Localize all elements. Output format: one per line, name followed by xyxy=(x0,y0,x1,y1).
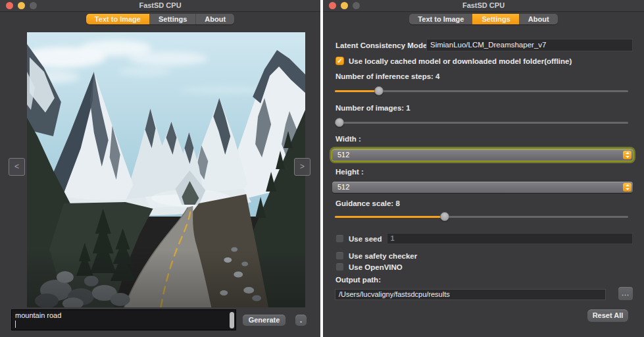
tab-text-to-image[interactable]: Text to Image xyxy=(86,14,149,24)
browse-button[interactable]: ... xyxy=(618,287,633,300)
openvino-checkbox[interactable] xyxy=(335,263,344,271)
tab-settings[interactable]: Settings xyxy=(472,14,518,24)
seed-checkbox[interactable] xyxy=(335,234,344,243)
close-button[interactable] xyxy=(6,2,13,9)
openvino-checkbox-label: Use OpenVINO xyxy=(349,263,403,271)
generate-button[interactable]: Generate xyxy=(243,315,285,326)
traffic-lights xyxy=(6,2,37,9)
prompt-scrollbar[interactable] xyxy=(230,312,234,328)
tab-bar: Text to Image Settings About xyxy=(0,12,320,28)
prompt-text: mountain road xyxy=(15,311,226,320)
stepper-icon[interactable] xyxy=(623,151,632,159)
titlebar[interactable]: FastSD CPU xyxy=(323,0,644,12)
previous-image-button[interactable]: < xyxy=(9,158,25,176)
offline-checkbox-row: Use locally cached model or downloaded m… xyxy=(335,57,572,65)
openvino-row: Use OpenVINO xyxy=(335,263,403,271)
seed-input[interactable]: 1 xyxy=(387,233,633,244)
steps-slider[interactable] xyxy=(335,86,628,95)
guidance-slider[interactable] xyxy=(335,212,628,221)
seed-checkbox-label: Use seed xyxy=(349,235,382,243)
width-label: Width : xyxy=(335,135,361,143)
width-select[interactable]: 512 xyxy=(332,149,633,161)
seed-row: Use seed 1 xyxy=(335,233,633,244)
zoom-button[interactable] xyxy=(30,2,37,9)
output-path-label: Output path: xyxy=(335,276,381,284)
offline-checkbox[interactable] xyxy=(335,57,344,65)
window-title: FastSD CPU xyxy=(323,0,644,11)
prompt-input[interactable]: mountain road xyxy=(11,309,236,330)
generated-image-mountain-road xyxy=(27,32,305,307)
zoom-button[interactable] xyxy=(353,2,360,9)
minimize-button[interactable] xyxy=(341,2,348,9)
window-text-to-image: FastSD CPU Text to Image Settings About xyxy=(0,0,320,337)
width-value: 512 xyxy=(332,149,633,161)
safety-row: Use safety checker xyxy=(335,251,417,260)
slider-thumb[interactable] xyxy=(335,118,344,127)
slider-thumb[interactable] xyxy=(374,86,384,95)
tab-bar: Text to Image Settings About xyxy=(323,12,644,28)
titlebar[interactable]: FastSD CPU xyxy=(0,0,320,12)
height-select[interactable]: 512 xyxy=(332,182,633,193)
height-value: 512 xyxy=(332,182,633,193)
reset-all-button[interactable]: Reset All xyxy=(587,309,628,322)
offline-checkbox-label: Use locally cached model or downloaded m… xyxy=(349,57,572,65)
close-button[interactable] xyxy=(329,2,336,9)
tab-about[interactable]: About xyxy=(195,14,234,24)
tab-text-to-image[interactable]: Text to Image xyxy=(409,14,472,24)
stepper-icon[interactable] xyxy=(623,183,632,192)
height-label: Height : xyxy=(335,168,364,176)
model-label: Latent Consistency Model: xyxy=(335,41,432,49)
window-settings: FastSD CPU Text to Image Settings About … xyxy=(323,0,644,337)
tab-about[interactable]: About xyxy=(519,14,558,24)
steps-label: Number of inference steps: 4 xyxy=(335,72,439,80)
minimize-button[interactable] xyxy=(18,2,25,9)
tab-settings[interactable]: Settings xyxy=(149,14,195,24)
images-slider[interactable] xyxy=(335,118,628,127)
text-caret xyxy=(15,321,16,328)
safety-checkbox[interactable] xyxy=(335,251,344,260)
guidance-label: Guidance scale: 8 xyxy=(335,199,400,207)
window-title: FastSD CPU xyxy=(0,0,320,11)
model-input[interactable]: SimianLuo/LCM_Dreamshaper_v7 xyxy=(426,39,633,51)
traffic-lights xyxy=(329,2,360,9)
images-label: Number of images: 1 xyxy=(335,104,410,112)
slider-thumb[interactable] xyxy=(440,212,449,221)
output-path-input[interactable]: /Users/lucvaligny/fastsdcpu/results xyxy=(335,289,606,300)
next-image-button[interactable]: > xyxy=(294,158,310,176)
safety-checkbox-label: Use safety checker xyxy=(349,252,417,260)
dot-button[interactable]: . xyxy=(295,315,307,326)
